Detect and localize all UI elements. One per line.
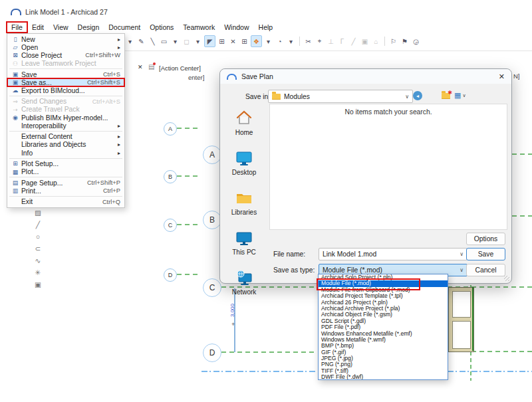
menu-item-close-project[interactable]: ⊠Close ProjectCtrl+Shift+W bbox=[7, 51, 124, 59]
sidebar-item-desktop[interactable]: Desktop bbox=[220, 149, 268, 176]
menu-help[interactable]: Help bbox=[254, 22, 278, 33]
publish-icon: ◉ bbox=[9, 114, 21, 121]
menu-edit[interactable]: Edit bbox=[27, 22, 49, 33]
caret-icon[interactable]: ▾ bbox=[263, 36, 273, 47]
menu-item-interoperability[interactable]: Interoperability▸ bbox=[7, 122, 124, 130]
menu-item-publish-bimx[interactable]: ◉Publish BIMx Hyper-model... bbox=[7, 114, 124, 122]
partial-tab-right[interactable]: N] bbox=[513, 72, 520, 80]
frame-icon[interactable]: ▣ bbox=[360, 36, 370, 47]
home-icon[interactable]: ⌂ bbox=[371, 36, 381, 47]
flag-icon[interactable]: ⚑ bbox=[400, 36, 410, 47]
close-icon[interactable]: ✕ bbox=[499, 72, 505, 81]
file-name-label: File name: bbox=[273, 251, 305, 258]
polyline-tool-icon[interactable]: ∿ bbox=[35, 256, 41, 264]
grid-bubble-large-b[interactable]: B bbox=[203, 211, 221, 229]
stretch-icon[interactable]: ⊞ bbox=[239, 36, 249, 47]
slash-icon[interactable]: ╱ bbox=[348, 36, 358, 47]
caret-icon[interactable]: ▾ bbox=[193, 36, 203, 47]
sidebar-item-network[interactable]: Network bbox=[220, 268, 268, 296]
menu-item-plot[interactable]: ▦Plot... bbox=[7, 168, 124, 176]
grid-bubble-large-c[interactable]: C bbox=[203, 278, 221, 297]
dimension-marker: + bbox=[231, 321, 235, 328]
grid-bubble-small-d[interactable]: D bbox=[164, 268, 177, 282]
save-in-value: Modules bbox=[284, 93, 310, 100]
menu-item-print[interactable]: ▥Print...Ctrl+P bbox=[7, 187, 124, 195]
back-icon: ◂ bbox=[413, 91, 422, 100]
sidebar-item-libraries[interactable]: Libraries bbox=[220, 189, 268, 216]
menu-separator bbox=[9, 196, 122, 197]
palette-close-icon[interactable]: ✕ bbox=[138, 64, 143, 70]
menu-design[interactable]: Design bbox=[73, 22, 104, 33]
chevron-down-icon: ∨ bbox=[460, 251, 464, 257]
close-x-icon[interactable]: ✕ bbox=[228, 36, 238, 47]
partial-tab-left[interactable]: enter] bbox=[188, 74, 204, 81]
figure-tool-icon[interactable]: ▣ bbox=[35, 280, 41, 288]
back-button[interactable]: ◂ bbox=[413, 91, 422, 100]
view-menu-button[interactable]: ▦∨ bbox=[454, 91, 466, 100]
caret-icon[interactable]: ▾ bbox=[125, 36, 135, 47]
save-in-label: Save in: bbox=[245, 93, 270, 100]
corner-icon[interactable]: Γ bbox=[337, 36, 347, 47]
menu-item-send-changes: ⇒Send ChangesCtrl+Alt+S bbox=[7, 98, 124, 106]
menu-item-page-setup[interactable]: ▤Page Setup...Ctrl+Shift+P bbox=[7, 179, 124, 187]
menu-separator bbox=[9, 158, 122, 159]
menu-window[interactable]: Window bbox=[219, 22, 253, 33]
caret-icon[interactable]: ▾ bbox=[170, 36, 180, 47]
menu-view[interactable]: View bbox=[49, 22, 73, 33]
action-center-tab[interactable]: [Action Center] bbox=[159, 64, 201, 72]
menu-teamwork[interactable]: Teamwork bbox=[178, 22, 219, 33]
file-list-area[interactable]: No items match your search. bbox=[269, 104, 507, 230]
pie-icon[interactable]: ◶ bbox=[411, 36, 421, 47]
caret-icon[interactable]: ▾ bbox=[286, 36, 296, 47]
circle-tool-icon[interactable]: ◔ bbox=[275, 36, 285, 47]
scissors-icon[interactable]: ✂ bbox=[303, 36, 313, 47]
network-icon bbox=[234, 268, 254, 287]
menu-item-external-content[interactable]: External Content▸ bbox=[7, 133, 124, 141]
window-title: Link Model 1 - Archicad 27 bbox=[25, 8, 108, 16]
trim-icon[interactable]: ⊥ bbox=[326, 36, 336, 47]
line-tool-icon[interactable]: ╱ bbox=[36, 221, 40, 229]
arrow-tool-icon[interactable]: ◤ bbox=[204, 35, 215, 47]
menu-item-export-bimcloud[interactable]: ☁Export to BIMcloud... bbox=[7, 86, 124, 94]
flag-icon[interactable]: ⚐ bbox=[388, 36, 398, 47]
picker-icon[interactable]: ⌖ bbox=[315, 36, 325, 47]
grid-bubble-small-c[interactable]: C bbox=[164, 219, 177, 232]
star-tool-icon[interactable]: ✳ bbox=[35, 268, 41, 276]
lock-icon[interactable]: ◻ bbox=[182, 36, 192, 47]
pencil-icon[interactable]: ✎ bbox=[136, 36, 146, 47]
line-icon[interactable]: ╲ bbox=[148, 36, 158, 47]
grid-bubble-small-a[interactable]: A bbox=[164, 122, 177, 136]
menu-item-exit[interactable]: ExitCtrl+Q bbox=[7, 198, 124, 206]
menu-item-info[interactable]: Info▸ bbox=[7, 149, 124, 157]
menu-document[interactable]: Document bbox=[104, 22, 145, 33]
grid-bubble-large-a[interactable]: A bbox=[203, 146, 221, 164]
plot-icon: ▦ bbox=[9, 169, 21, 175]
arc-tool-icon[interactable]: ⊂ bbox=[35, 245, 41, 252]
circle-tool-icon[interactable]: ○ bbox=[36, 233, 40, 241]
marquee-tool-icon[interactable]: ▨ bbox=[35, 209, 41, 217]
menu-item-save[interactable]: ▣SaveCtrl+S bbox=[7, 70, 124, 78]
new-folder-button[interactable]: ✱ bbox=[442, 93, 450, 99]
resize-grip[interactable] bbox=[504, 276, 509, 281]
morph-icon[interactable]: ❖ bbox=[251, 35, 262, 47]
menu-item-open[interactable]: ▱Open▸ bbox=[7, 43, 124, 51]
save-in-combobox[interactable]: Modules ∨ bbox=[268, 90, 413, 103]
type-option[interactable]: DWF File (*.dwf) bbox=[319, 374, 448, 380]
grid-icon[interactable]: ⊞ bbox=[217, 36, 227, 47]
menu-options[interactable]: Options bbox=[145, 22, 178, 33]
grid-label: D bbox=[168, 272, 173, 278]
grid-bubble-large-d[interactable]: D bbox=[203, 344, 221, 362]
menu-file[interactable]: File bbox=[7, 22, 27, 33]
menu-item-plot-setup[interactable]: ⊞Plot Setup... bbox=[7, 159, 124, 167]
file-name-combobox[interactable]: Link Model 1.mod ∨ bbox=[319, 248, 467, 260]
options-button[interactable]: Options bbox=[466, 233, 505, 245]
grid-bubble-small-b[interactable]: B bbox=[164, 170, 177, 183]
rectangle-icon[interactable]: ▭ bbox=[159, 36, 169, 47]
sidebar-item-home[interactable]: Home bbox=[220, 109, 268, 136]
menu-item-save-as[interactable]: ▣Save as...Ctrl+Shift+S bbox=[7, 78, 124, 86]
sidebar-item-this-pc[interactable]: This PC bbox=[220, 229, 268, 256]
menu-item-libraries-objects[interactable]: Libraries and Objects▸ bbox=[7, 141, 124, 149]
cancel-button[interactable]: Cancel bbox=[466, 264, 505, 276]
save-button[interactable]: Save bbox=[466, 248, 505, 260]
menu-item-new[interactable]: ▯New▸ bbox=[7, 35, 124, 43]
